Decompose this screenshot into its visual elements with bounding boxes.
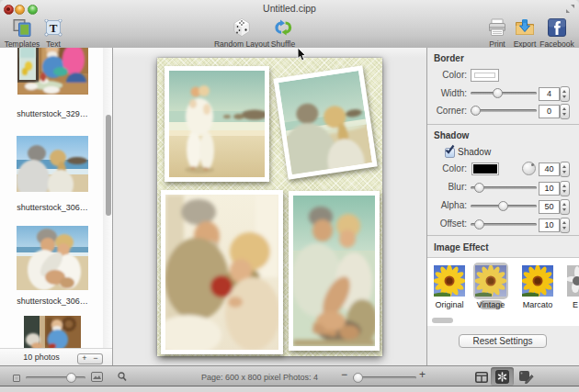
svg-text:T: T — [50, 21, 58, 35]
